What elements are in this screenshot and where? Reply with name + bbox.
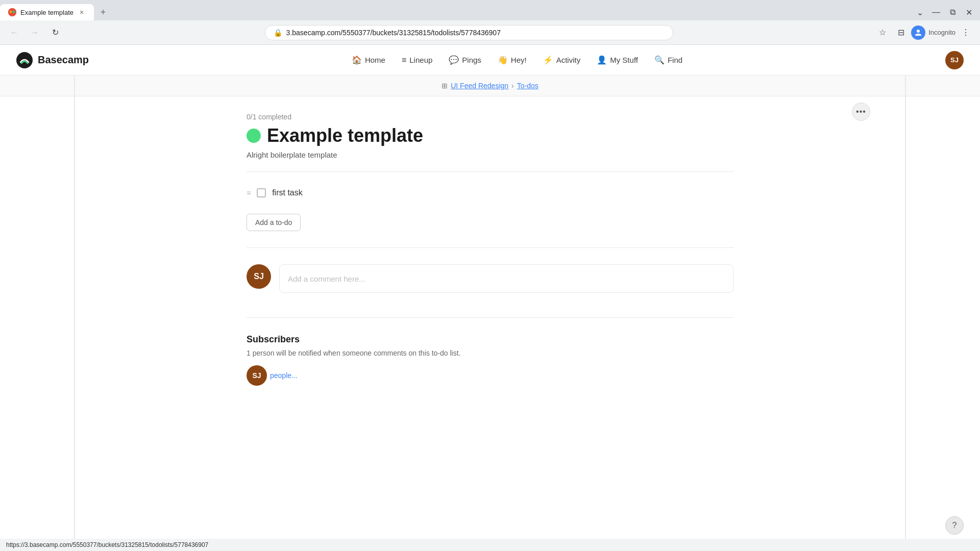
tab-title: Example template (20, 9, 74, 16)
mystuff-icon: 👤 (597, 55, 607, 65)
subscribers-list: SJ people... (247, 365, 298, 386)
nav-home-label: Home (365, 56, 385, 64)
add-people-label: people... (270, 371, 298, 380)
tab-favicon (8, 8, 16, 16)
browser-tabs-bar: Example template × + ⌄ — ⧉ ✕ (0, 0, 980, 20)
breadcrumb-project-link[interactable]: UI Feed Redesign (451, 82, 508, 90)
breadcrumb: ⊞ UI Feed Redesign › To-dos (0, 76, 980, 96)
status-url: https://3.basecamp.com/5550377/buckets/3… (6, 541, 208, 548)
comment-section: SJ Add a comment here... (247, 247, 733, 293)
breadcrumb-separator: › (511, 82, 514, 90)
svg-point-2 (13, 11, 15, 13)
more-menu-button[interactable]: ••• (852, 103, 870, 121)
nav-lineup[interactable]: ≡ Lineup (395, 52, 439, 69)
refresh-button[interactable]: ↻ (47, 24, 63, 41)
task-list: ≡ first task (247, 184, 733, 202)
profile-button[interactable] (911, 26, 925, 40)
todo-title-row: Example template (247, 125, 733, 146)
nav-home[interactable]: 🏠 Home (345, 51, 393, 69)
nav-mystuff-label: My Stuff (610, 56, 638, 64)
toolbar-actions: ☆ ⊟ Incognito ⋮ (874, 24, 974, 41)
new-tab-button[interactable]: + (96, 5, 110, 19)
nav-pings[interactable]: 💬 Pings (442, 51, 488, 69)
window-controls: ⌄ — ⧉ ✕ (913, 5, 980, 19)
basecamp-logo (16, 52, 33, 68)
todo-list-title: Example template (267, 125, 423, 146)
url-text: 3.basecamp.com/5550377/buckets/31325815/… (286, 29, 665, 37)
add-people-link[interactable]: people... (270, 371, 298, 380)
comment-placeholder: Add a comment here... (288, 274, 365, 283)
add-todo-button[interactable]: Add a to-do (247, 214, 301, 231)
hey-icon: 👋 (498, 55, 508, 65)
activity-icon: ⚡ (543, 55, 553, 65)
lock-icon: 🔒 (274, 29, 282, 37)
incognito-label: Incognito (928, 29, 955, 36)
lineup-icon: ≡ (402, 56, 406, 65)
help-button[interactable]: ? (945, 516, 964, 535)
left-rail (74, 76, 75, 551)
progress-text: 0/1 completed (247, 113, 733, 121)
nav-pings-label: Pings (462, 56, 481, 64)
subscribers-title: Subscribers (247, 334, 733, 345)
sidebar-button[interactable]: ⊟ (893, 24, 909, 41)
chevron-down-icon[interactable]: ⌄ (913, 5, 927, 19)
task-checkbox[interactable] (257, 188, 266, 197)
main-content: ••• 0/1 completed Example template Alrig… (222, 96, 758, 402)
nav-hey-label: Hey! (511, 56, 527, 64)
table-row: ≡ first task (247, 184, 733, 202)
nav-mystuff[interactable]: 👤 My Stuff (590, 51, 645, 69)
star-button[interactable]: ☆ (874, 24, 891, 41)
back-button[interactable]: ← (6, 24, 22, 41)
active-tab[interactable]: Example template × (0, 4, 94, 20)
brand-logo-area[interactable]: Basecamp (16, 52, 89, 68)
pings-icon: 💬 (449, 55, 459, 65)
status-bar: https://3.basecamp.com/5550377/buckets/3… (0, 539, 980, 551)
minimize-button[interactable]: — (929, 5, 943, 19)
project-grid-icon: ⊞ (442, 82, 448, 90)
breadcrumb-current-link[interactable]: To-dos (517, 82, 538, 90)
nav-lineup-label: Lineup (409, 56, 432, 64)
nav-hey[interactable]: 👋 Hey! (491, 51, 534, 69)
brand-name: Basecamp (38, 54, 89, 66)
nav-links: 🏠 Home ≡ Lineup 💬 Pings 👋 Hey! ⚡ Activit… (345, 51, 690, 69)
svg-point-1 (10, 11, 12, 13)
browser-toolbar: ← → ↻ 🔒 3.basecamp.com/5550377/buckets/3… (0, 20, 980, 45)
drag-handle-icon[interactable]: ≡ (247, 189, 251, 197)
nav-activity[interactable]: ⚡ Activity (536, 51, 588, 69)
home-icon: 🏠 (352, 55, 362, 65)
maximize-button[interactable]: ⧉ (945, 5, 960, 19)
section-divider (247, 171, 733, 172)
right-rail (905, 76, 906, 551)
app: Basecamp 🏠 Home ≡ Lineup 💬 Pings 👋 Hey! … (0, 45, 980, 551)
task-label: first task (272, 188, 303, 197)
svg-point-0 (8, 8, 16, 16)
status-dot (247, 129, 261, 143)
top-nav: Basecamp 🏠 Home ≡ Lineup 💬 Pings 👋 Hey! … (0, 45, 980, 76)
nav-activity-label: Activity (556, 56, 581, 64)
forward-button[interactable]: → (27, 24, 43, 41)
subscriber-avatar: SJ (247, 365, 267, 386)
address-bar[interactable]: 🔒 3.basecamp.com/5550377/buckets/3132581… (265, 25, 673, 40)
menu-button[interactable]: ⋮ (958, 24, 974, 41)
comment-user-avatar: SJ (247, 264, 271, 289)
user-avatar[interactable]: SJ (945, 51, 964, 69)
nav-find-label: Find (668, 56, 682, 64)
nav-find[interactable]: 🔍 Find (647, 51, 690, 69)
comment-input[interactable]: Add a comment here... (279, 264, 733, 293)
tab-close-button[interactable]: × (78, 8, 86, 16)
todo-description: Alright boilerplate template (247, 151, 733, 159)
find-icon: 🔍 (654, 55, 665, 65)
subscribers-description: 1 person will be notified when someone c… (247, 349, 733, 357)
subscribers-section: Subscribers 1 person will be notified wh… (247, 317, 733, 386)
close-button[interactable]: ✕ (962, 5, 976, 19)
incognito-area: Incognito (911, 26, 955, 40)
